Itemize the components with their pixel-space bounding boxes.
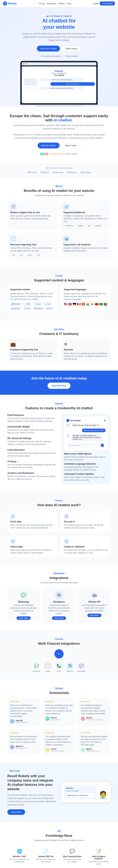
hero-buttons: Build a AI chatbot Watch Demo — [7, 45, 111, 52]
feature-desc-7: Automatically detects and responds in 50… — [64, 466, 108, 471]
benefit-desc-2: Upload PDFs, Word docs, CSVs, text files… — [10, 247, 54, 252]
features-title: Features to create a trustworthy AI chat… — [7, 406, 111, 410]
api-learn-button[interactable]: Learn More — [87, 614, 101, 617]
send-button[interactable]: → — [101, 444, 104, 447]
testimonial-avatar-2 — [81, 716, 85, 721]
step-title-1: You own it — [64, 520, 108, 523]
multichannel-section: Channels Multi Channel Integrations R 💬 … — [0, 630, 118, 679]
nav-actions: Login Get Started — [93, 1, 115, 5]
sidebar-item-2 — [24, 84, 37, 85]
logo-webflow: Webflow — [93, 224, 103, 227]
supported-content-desc: Upload websites, PDFs, Word files, Q&As,… — [10, 292, 54, 301]
bot-avatar — [66, 424, 70, 427]
brands-section: 500+ websites Loving chatbot WPForms Hub… — [0, 163, 118, 177]
step-title-2: Select page — [10, 546, 54, 548]
knowledge-section: KB Knowledge Base Integrate great AI cha… — [0, 822, 118, 868]
brand-hubspot: HubSpot — [41, 171, 49, 174]
testimonial-author-2: Ana R. E-commerce Manager — [81, 716, 108, 721]
testimonial-name-1: Tom G. — [51, 717, 60, 719]
flag-es: 🇪🇸 — [81, 302, 85, 306]
knowledge-icon-3: 📝 — [88, 849, 109, 854]
escape-primary-button[interactable]: Build AI Chatbot — [38, 143, 60, 149]
wordpress-learn-button[interactable]: Learn More — [52, 616, 66, 620]
brand-grammarly: Grammarly — [53, 171, 64, 174]
channel-gmail-icon: ✉️ — [44, 662, 51, 670]
nav-whatsapp[interactable]: WhatsApp — [47, 2, 56, 5]
stars-0: ★★★★★ — [10, 701, 37, 703]
integrations-tag: Integrations — [51, 572, 66, 575]
preview-logo — [66, 419, 69, 422]
hero-secondary-button[interactable]: Watch Demo — [62, 45, 81, 52]
nav-affiliate[interactable]: Affiliate — [58, 2, 65, 5]
testimonial-text-3: Best investment for our business. The AI… — [10, 735, 37, 743]
benefit-title-3: Supported in all countries — [64, 243, 108, 246]
testimonial-1: ★★★★★ Setup was incredibly simple. Had o… — [43, 698, 75, 726]
testimonial-name-0: Sarah M. — [16, 719, 27, 721]
benefit-icon-0: 💬 — [10, 204, 16, 210]
knowledge-icon-1: 📄 — [35, 849, 56, 854]
rebrand-chat-preview: Robofy Smart AI Chatbot Hello! How can I… — [64, 785, 97, 799]
feature-5: Analytics and Dashboard Monitor conversa… — [7, 472, 57, 480]
fmt-qa: ❓ Q&A — [23, 307, 32, 310]
feature-0: Fluid Response Your users get instant fl… — [7, 414, 57, 423]
benefit-card-1: 🔗 Supported platforms Available on all p… — [61, 201, 111, 230]
hero-subtitle: Create your GPT AI chatbot for your webs… — [22, 32, 96, 42]
cta-banner: Join the future of AI chatbots today Sta… — [0, 371, 118, 395]
knowledge-card-0: 🌐 Website / URL Train from any website U… — [7, 846, 31, 868]
rebrand-chat-box: Robofy Smart AI Chatbot Hello! How can I… — [64, 785, 97, 799]
freelance-grid: 💼 Freelance Supporting Tool Freelancers … — [7, 339, 111, 363]
how-step-0: 1 Fetch data Enter your website URL. Rob… — [7, 511, 57, 532]
feature-8: Automated Content Updates Auto re-train … — [64, 473, 108, 482]
url-bar — [30, 63, 95, 65]
feature-desc-4: One click AI setup. Robofy will automati… — [7, 463, 57, 469]
feature-title-3: Lead Generation — [7, 448, 57, 451]
whatsapp-learn-button[interactable]: Learn More — [17, 616, 30, 620]
rebrand-tag: White Label — [7, 769, 22, 773]
benefit-title-0: Reduce support time & cost — [10, 211, 54, 214]
freelance-card-0: 💼 Freelance Supporting Tool Freelancers … — [7, 339, 57, 363]
whatsapp-desc: Connect your WhatsApp Business account a… — [10, 604, 37, 615]
whatsapp-icon: 💬 — [20, 591, 28, 599]
rebrand-learn-button[interactable]: Learn More — [7, 809, 25, 815]
testimonial-role-4: Content Manager — [51, 750, 64, 752]
fmt-sitemap: 🗺 Sitemap — [33, 307, 44, 310]
nav-blog[interactable]: Blog — [67, 2, 71, 5]
benefits-title: Benefits of using AI chatbot for your we… — [7, 189, 111, 193]
cta-start-button[interactable]: Start for Free — [48, 382, 70, 389]
channel-telegram-label: Telegram — [66, 670, 73, 672]
chat-interface: Hi! How can I help you today? What's you… — [23, 78, 95, 91]
escape-secondary-button[interactable]: Watch Video — [62, 143, 80, 149]
lang-flags: 🇺🇸 🇬🇧 🇩🇪 🇫🇷 🇪🇸 🇮🇳 🇯🇵 🇨🇳 🇧🇷 🇦🇪 — [64, 302, 108, 306]
testimonial-avatar-4 — [45, 748, 50, 752]
testimonials-tag: Reviews — [53, 687, 65, 690]
knowledge-icon-2: 💬 — [62, 849, 83, 854]
testimonial-2: ★★★★★ The multilingual support is outsta… — [78, 698, 111, 726]
channel-whatsapp-label: WhatsApp — [33, 670, 40, 672]
testimonial-name-5: Mark T. — [86, 748, 100, 750]
testimonial-author-1: Tom G. SaaS Owner — [45, 716, 73, 721]
feature-4: AI Setup ✨ One click AI setup. Robofy wi… — [7, 460, 57, 469]
how-tag: Process — [53, 499, 65, 502]
knowledge-card-desc-3: Add chatbot to any website easily — [88, 861, 109, 865]
escape-body: Stop burning your time on repetitive que… — [13, 124, 105, 130]
preview-msg-2: What services do you offer? — [66, 429, 105, 432]
preview-chat: AI Assistant Hello! How can I help you t… — [64, 417, 108, 450]
supported-lang-title: Supported languages — [64, 288, 108, 291]
rebrand-figure: Robofy Smart AI Chatbot Hello! How can I… — [64, 785, 108, 799]
api-title: Robofy API — [81, 600, 108, 603]
step-num-1: 2 — [64, 514, 69, 519]
knowledge-card-3: 📝 Add & Embed chatbot? Add chatbot to an… — [87, 846, 111, 868]
stars-5: ★★★★★ — [81, 732, 108, 734]
hero-checks: No credit card required Cancel anytime — [7, 55, 111, 57]
chat-messages: Hi! How can I help you today? What's you… — [40, 78, 95, 91]
api-icon: 🤖 — [90, 591, 98, 599]
get-started-button[interactable]: Get Started — [99, 1, 115, 5]
how-steps: 1 Fetch data Enter your website URL. Rob… — [7, 511, 111, 557]
knowledge-card-1: 📄 Upload PDF File Train from PDF documen… — [34, 846, 58, 868]
testimonial-name-2: Ana R. — [86, 717, 103, 719]
chat-bubble-1: Hi! How can I help you today? — [40, 78, 84, 82]
hero-primary-button[interactable]: Build a AI chatbot — [37, 45, 60, 52]
login-button[interactable]: Login — [93, 2, 98, 5]
nav-pricing[interactable]: Pricing — [38, 2, 45, 5]
step-desc-2: Select which pages you want to train the… — [10, 549, 54, 554]
